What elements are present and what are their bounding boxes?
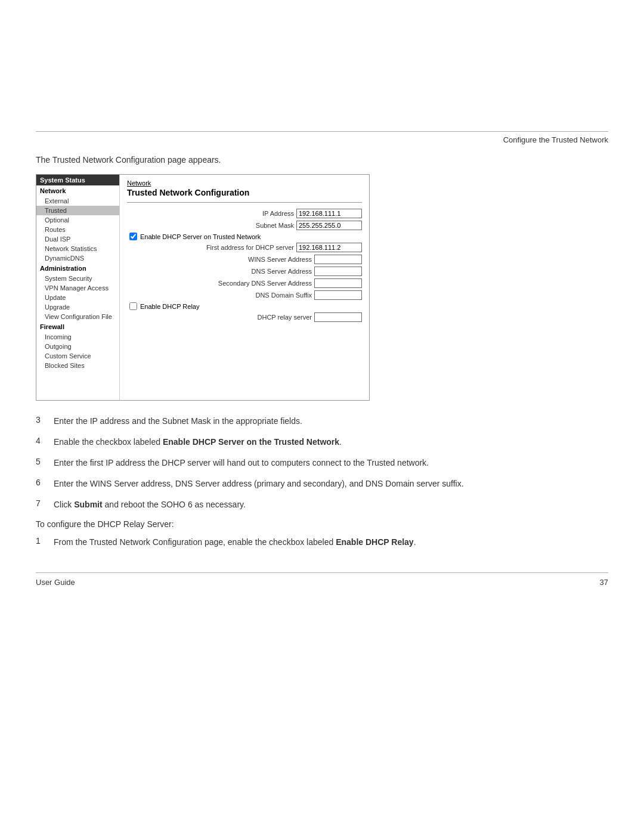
to-configure-label: To configure the DHCP Relay Server: xyxy=(36,519,608,529)
footer-right: 37 xyxy=(600,578,608,587)
step-5-number: 5 xyxy=(36,457,54,466)
dhcp-server-checkbox[interactable] xyxy=(129,233,137,240)
step-6-number: 6 xyxy=(36,478,54,487)
step-6: 6 Enter the WINS Server address, DNS Ser… xyxy=(36,478,608,490)
dhcp-server-label: Enable DHCP Server on Trusted Network xyxy=(140,233,261,240)
dhcp-relay-server-label: DHCP relay server xyxy=(258,314,312,321)
sidebar: System Status Network External Trusted O… xyxy=(36,175,120,400)
secondary-dns-row: Secondary DNS Server Address xyxy=(127,278,362,288)
sidebar-item-optional[interactable]: Optional xyxy=(36,215,119,225)
sidebar-category-administration[interactable]: Administration xyxy=(36,263,119,274)
dhcp-relay-server-row: DHCP relay server xyxy=(127,312,362,322)
wins-label: WINS Server Address xyxy=(248,256,312,263)
dhcp-checkbox-row: Enable DHCP Server on Trusted Network xyxy=(129,233,362,240)
sidebar-item-routes[interactable]: Routes xyxy=(36,225,119,234)
sidebar-item-dynamicdns[interactable]: DynamicDNS xyxy=(36,253,119,263)
dns-label: DNS Server Address xyxy=(252,268,312,275)
sidebar-item-system-security[interactable]: System Security xyxy=(36,274,119,283)
step-relay-number: 1 xyxy=(36,536,54,546)
dhcp-relay-label: Enable DHCP Relay xyxy=(140,303,199,310)
main-content: The Trusted Network Configuration page a… xyxy=(0,155,644,549)
step-5: 5 Enter the first IP address the DHCP se… xyxy=(36,457,608,469)
sidebar-item-blocked-sites[interactable]: Blocked Sites xyxy=(36,361,119,370)
step-3-text: Enter the IP address and the Subnet Mask… xyxy=(54,415,608,428)
sidebar-item-dualisp[interactable]: Dual ISP xyxy=(36,234,119,244)
dhcp-first-address-row: First address for DHCP server xyxy=(127,243,362,252)
step-relay-1: 1 From the Trusted Network Configuration… xyxy=(36,536,608,549)
dns-input[interactable] xyxy=(314,267,362,276)
step-4-text: Enable the checkbox labeled Enable DHCP … xyxy=(54,436,608,448)
header-title: Configure the Trusted Network xyxy=(0,132,644,155)
subnet-mask-label: Subnet Mask xyxy=(256,222,294,229)
footer-left: User Guide xyxy=(36,578,75,587)
dhcp-first-address-label: First address for DHCP server xyxy=(206,244,294,251)
dhcp-relay-checkbox[interactable] xyxy=(129,302,137,310)
footer-content: User Guide 37 xyxy=(0,573,644,587)
secondary-dns-label: Secondary DNS Server Address xyxy=(218,280,312,287)
dns-row: DNS Server Address xyxy=(127,267,362,276)
step-relay-bold: Enable DHCP Relay xyxy=(336,537,413,547)
subnet-mask-row: Subnet Mask xyxy=(127,221,362,230)
step-relay-text: From the Trusted Network Configuration p… xyxy=(54,536,608,549)
panel-divider xyxy=(127,202,362,203)
dns-suffix-label: DNS Domain Suffix xyxy=(255,292,312,299)
step-4-number: 4 xyxy=(36,436,54,445)
dns-suffix-row: DNS Domain Suffix xyxy=(127,290,362,300)
step-3: 3 Enter the IP address and the Subnet Ma… xyxy=(36,415,608,428)
secondary-dns-input[interactable] xyxy=(314,278,362,288)
main-panel: Network Trusted Network Configuration IP… xyxy=(120,175,369,400)
sidebar-system-status: System Status xyxy=(36,175,119,185)
sidebar-item-vpn-manager[interactable]: VPN Manager Access xyxy=(36,283,119,293)
sidebar-item-custom-service[interactable]: Custom Service xyxy=(36,351,119,361)
sidebar-item-network-statistics[interactable]: Network Statistics xyxy=(36,244,119,253)
dhcp-relay-server-input[interactable] xyxy=(314,312,362,322)
step-6-text: Enter the WINS Server address, DNS Serve… xyxy=(54,478,608,490)
step-7: 7 Click Submit and reboot the SOHO 6 as … xyxy=(36,498,608,511)
sidebar-item-trusted[interactable]: Trusted xyxy=(36,206,119,215)
panel-title: Trusted Network Configuration xyxy=(127,188,362,197)
ip-address-input[interactable] xyxy=(296,209,362,218)
step-7-number: 7 xyxy=(36,498,54,508)
screenshot-frame: System Status Network External Trusted O… xyxy=(36,174,370,401)
subnet-mask-input[interactable] xyxy=(296,221,362,230)
dhcp-first-address-input[interactable] xyxy=(296,243,362,252)
sidebar-item-upgrade[interactable]: Upgrade xyxy=(36,302,119,312)
ip-address-row: IP Address xyxy=(127,209,362,218)
sidebar-category-firewall[interactable]: Firewall xyxy=(36,321,119,332)
step-4: 4 Enable the checkbox labeled Enable DHC… xyxy=(36,436,608,448)
steps-section: 3 Enter the IP address and the Subnet Ma… xyxy=(36,415,608,549)
step-4-bold: Enable DHCP Server on the Trusted Networ… xyxy=(163,437,339,447)
sidebar-item-external[interactable]: External xyxy=(36,196,119,206)
sidebar-item-update[interactable]: Update xyxy=(36,293,119,302)
wins-row: WINS Server Address xyxy=(127,255,362,264)
step-5-text: Enter the first IP address the DHCP serv… xyxy=(54,457,608,469)
step-7-bold: Submit xyxy=(74,500,102,509)
intro-text: The Trusted Network Configuration page a… xyxy=(36,155,608,165)
sidebar-category-network[interactable]: Network xyxy=(36,185,119,196)
step-7-text: Click Submit and reboot the SOHO 6 as ne… xyxy=(54,498,608,511)
dns-suffix-input[interactable] xyxy=(314,290,362,300)
wins-input[interactable] xyxy=(314,255,362,264)
ip-address-label: IP Address xyxy=(262,210,294,217)
dhcp-relay-checkbox-row: Enable DHCP Relay xyxy=(129,302,362,310)
breadcrumb-link[interactable]: Network xyxy=(127,179,151,187)
sidebar-item-outgoing[interactable]: Outgoing xyxy=(36,342,119,351)
breadcrumb[interactable]: Network xyxy=(127,179,362,187)
step-3-number: 3 xyxy=(36,415,54,425)
page-container: Configure the Trusted Network The Truste… xyxy=(0,131,644,833)
sidebar-item-incoming[interactable]: Incoming xyxy=(36,332,119,342)
sidebar-item-view-config[interactable]: View Configuration File xyxy=(36,312,119,321)
